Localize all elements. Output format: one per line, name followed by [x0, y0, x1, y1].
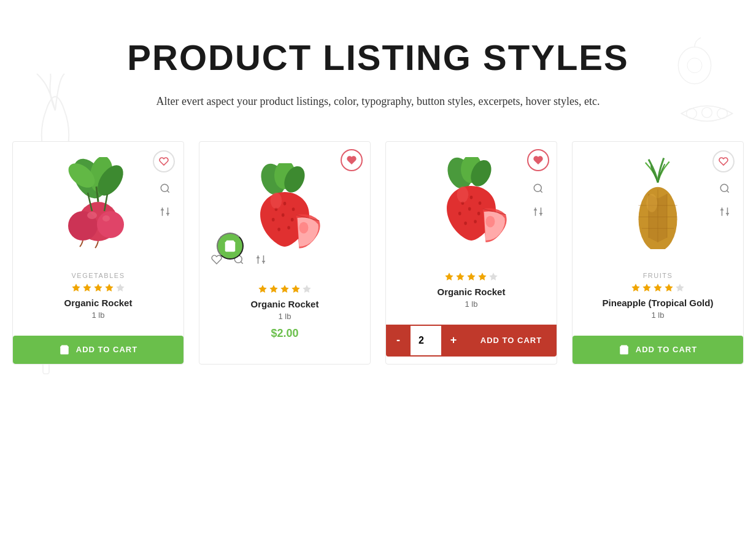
star-4-5 — [675, 283, 685, 293]
zoom-icon-1[interactable] — [155, 179, 175, 198]
svg-point-19 — [102, 215, 110, 222]
product-name-3: Organic Rocket — [396, 287, 547, 297]
page-header: PRODUCT LISTING STYLES Alter evert aspec… — [12, 37, 744, 110]
svg-line-46 — [241, 261, 242, 263]
svg-point-80 — [720, 184, 728, 191]
product-info-4: FRUITS Pineapple (Tropical Gold) 1 lb — [573, 264, 743, 336]
svg-marker-70 — [478, 272, 486, 280]
page-subtitle: Alter evert aspect your product listings… — [12, 93, 744, 110]
star-4-3 — [653, 283, 663, 293]
stars-1 — [23, 283, 174, 293]
svg-point-64 — [485, 215, 495, 227]
star-2-3 — [280, 284, 290, 294]
add-to-cart-button-1[interactable]: ADD TO CART — [13, 336, 183, 364]
product-image-area-3 — [386, 142, 557, 264]
zoom-icon-4[interactable] — [715, 179, 735, 198]
add-to-cart-button-4[interactable]: ADD TO CART — [573, 336, 743, 364]
radish-image — [52, 157, 144, 249]
star-3-3 — [466, 272, 476, 282]
stars-4 — [582, 283, 733, 293]
svg-marker-82 — [631, 284, 639, 291]
svg-point-17 — [97, 211, 124, 238]
svg-marker-83 — [642, 284, 650, 291]
svg-point-58 — [458, 212, 461, 215]
svg-point-38 — [282, 213, 285, 217]
svg-point-61 — [464, 222, 467, 225]
star-3-4 — [477, 272, 487, 282]
star-1-5 — [115, 283, 125, 293]
pineapple-image — [612, 157, 704, 249]
svg-line-66 — [540, 190, 542, 192]
star-2-2 — [269, 284, 279, 294]
qty-plus-button-3[interactable]: + — [441, 325, 466, 357]
cart-icon-1 — [59, 344, 70, 355]
compare-icon-2[interactable] — [252, 251, 269, 268]
svg-line-24 — [167, 190, 169, 192]
product-image-area-2 — [199, 142, 370, 277]
star-1-2 — [82, 283, 92, 293]
svg-marker-47 — [258, 285, 266, 293]
cart-icon-4 — [619, 344, 630, 355]
star-1-4 — [104, 283, 114, 293]
svg-marker-51 — [303, 285, 310, 293]
svg-marker-28 — [105, 284, 113, 291]
wishlist-button-3[interactable] — [527, 149, 549, 171]
products-grid: VEGETABLES Organic Rocket 1 lb ADD TO CA… — [12, 141, 744, 364]
svg-point-23 — [161, 184, 168, 191]
cart-icon-2 — [223, 239, 237, 253]
product-image-area-4 — [573, 142, 743, 264]
product-weight-3: 1 lb — [396, 299, 547, 309]
product-name-1: Organic Rocket — [23, 298, 174, 308]
card-bottom-1: ADD TO CART — [13, 336, 183, 364]
wishlist-button-4[interactable] — [712, 150, 735, 172]
action-icons-4 — [715, 179, 735, 222]
wishlist-button-1[interactable] — [153, 150, 175, 172]
star-4-4 — [664, 283, 674, 293]
zoom-icon-3[interactable] — [528, 179, 548, 198]
compare-icon-1[interactable] — [155, 202, 175, 222]
product-card-3: Organic Rocket 1 lb - + ADD TO CART — [385, 141, 557, 364]
svg-marker-85 — [665, 284, 673, 291]
product-card-4: FRUITS Pineapple (Tropical Gold) 1 lb AD… — [572, 141, 744, 364]
qty-input-3[interactable] — [411, 325, 441, 357]
svg-point-60 — [477, 212, 480, 215]
svg-marker-84 — [654, 284, 662, 291]
floating-cart-button-2[interactable] — [217, 233, 244, 260]
svg-marker-69 — [467, 272, 475, 280]
svg-point-59 — [468, 207, 471, 210]
star-1-1 — [71, 283, 81, 293]
svg-marker-50 — [291, 285, 299, 293]
wishlist-button-2[interactable] — [341, 149, 363, 171]
product-weight-2: 1 lb — [209, 312, 360, 321]
svg-marker-27 — [94, 284, 102, 291]
add-to-cart-button-3[interactable]: ADD TO CART — [466, 325, 557, 357]
qty-cart-row-3: - + ADD TO CART — [386, 325, 557, 357]
svg-point-36 — [292, 207, 295, 211]
svg-marker-71 — [489, 272, 497, 280]
compare-icon-4[interactable] — [715, 202, 735, 222]
star-1-3 — [93, 283, 103, 293]
star-4-1 — [631, 283, 641, 293]
action-icons-3 — [528, 179, 548, 222]
product-weight-4: 1 lb — [582, 310, 733, 320]
qty-minus-button-3[interactable]: - — [386, 325, 411, 357]
star-3-5 — [488, 272, 498, 282]
compare-icon-3[interactable] — [528, 202, 548, 222]
svg-point-65 — [534, 184, 541, 191]
product-name-4: Pineapple (Tropical Gold) — [582, 298, 733, 308]
star-3-2 — [455, 272, 465, 282]
svg-point-18 — [87, 212, 97, 219]
svg-marker-86 — [676, 284, 684, 291]
strawberry-image-3 — [425, 157, 517, 249]
svg-marker-49 — [280, 285, 288, 293]
star-2-1 — [258, 284, 268, 294]
card-bottom-3: - + ADD TO CART — [386, 325, 557, 357]
svg-point-43 — [299, 222, 308, 233]
star-4-2 — [642, 283, 652, 293]
svg-marker-29 — [116, 284, 124, 291]
product-info-2: Organic Rocket 1 lb $2.00 — [199, 277, 370, 358]
svg-point-57 — [479, 201, 482, 205]
svg-marker-48 — [269, 285, 277, 293]
svg-point-56 — [470, 196, 473, 199]
stars-3 — [396, 272, 547, 282]
